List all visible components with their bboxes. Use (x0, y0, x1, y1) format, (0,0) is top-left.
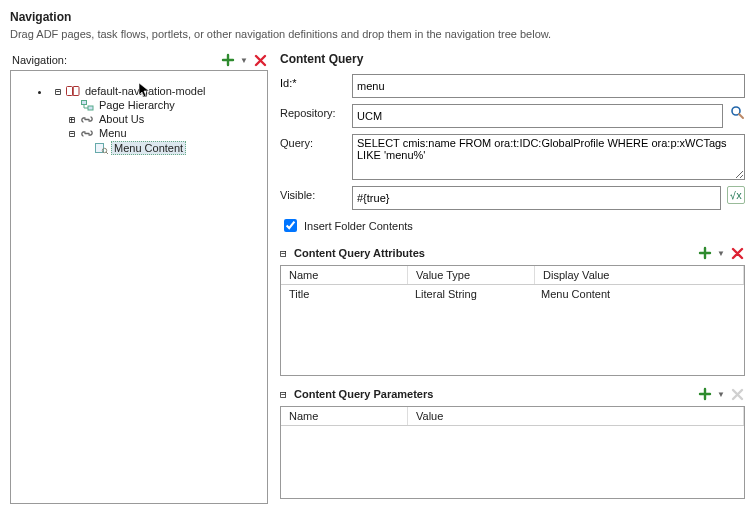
tree-node-page-hierarchy[interactable]: ⊞ Page Hierarchy (65, 98, 267, 112)
link-icon (80, 113, 94, 125)
parameters-col-value: Value (408, 407, 744, 425)
attributes-col-value-type: Value Type (408, 266, 535, 284)
insert-folder-contents-checkbox[interactable] (284, 219, 297, 232)
tree-node-label: default-navigation-model (83, 85, 207, 97)
link-icon (80, 127, 94, 139)
tree-node-menu-content[interactable]: ⊞ Menu Content (79, 140, 267, 156)
page-description: Drag ADF pages, task flows, portlets, or… (10, 28, 745, 40)
add-node-button[interactable] (220, 52, 236, 68)
visible-label: Visible: (280, 186, 352, 201)
insert-folder-contents-label: Insert Folder Contents (304, 220, 413, 232)
query-label: Query: (280, 134, 352, 149)
repository-input[interactable] (352, 104, 723, 128)
svg-rect-0 (67, 86, 73, 95)
tree-node-label: Page Hierarchy (97, 99, 177, 111)
query-textarea[interactable] (352, 134, 745, 180)
parameters-heading: Content Query Parameters (294, 388, 433, 400)
book-icon (66, 85, 80, 97)
svg-rect-1 (73, 86, 79, 95)
expression-builder-button[interactable]: √x (727, 186, 745, 204)
tree-node-root[interactable]: ⊟ default-navigation-model (51, 84, 267, 98)
add-node-menu-caret[interactable]: ▼ (240, 56, 248, 65)
tree-node-label: Menu Content (111, 141, 186, 155)
attributes-cell-name: Title (281, 285, 407, 303)
attributes-col-display-value: Display Value (535, 266, 744, 284)
repository-label: Repository: (280, 104, 352, 119)
svg-rect-2 (81, 100, 86, 104)
id-label: Id:* (280, 74, 352, 89)
repository-browse-button[interactable] (729, 104, 745, 120)
attributes-heading: Content Query Attributes (294, 247, 425, 259)
attributes-add-menu-caret[interactable]: ▼ (717, 249, 725, 258)
page-title: Navigation (10, 10, 745, 24)
attributes-cell-value-type: Literal String (407, 285, 533, 303)
expand-icon[interactable]: ⊞ (67, 114, 77, 125)
tree-node-label: About Us (97, 113, 146, 125)
parameters-collapse-toggle[interactable]: ⊟ (280, 388, 290, 401)
collapse-icon[interactable]: ⊟ (67, 128, 77, 139)
content-query-heading: Content Query (280, 52, 745, 66)
tree-node-label: Menu (97, 127, 129, 139)
parameters-delete-button[interactable] (729, 386, 745, 402)
parameters-add-button[interactable] (697, 386, 713, 402)
collapse-icon[interactable]: ⊟ (53, 86, 63, 97)
parameters-add-menu-caret[interactable]: ▼ (717, 390, 725, 399)
content-query-icon (94, 142, 108, 154)
delete-node-button[interactable] (252, 52, 268, 68)
page-tree-icon (80, 99, 94, 111)
visible-input[interactable] (352, 186, 721, 210)
svg-rect-3 (88, 106, 93, 110)
tree-node-about-us[interactable]: ⊞ About Us (65, 112, 267, 126)
attributes-cell-display-value: Menu Content (533, 285, 744, 303)
tree-node-menu[interactable]: ⊟ Menu (65, 126, 267, 140)
attributes-add-button[interactable] (697, 245, 713, 261)
parameters-col-name: Name (281, 407, 408, 425)
attributes-row[interactable]: Title Literal String Menu Content (281, 285, 744, 303)
navigation-label: Navigation: (10, 54, 67, 66)
attributes-delete-button[interactable] (729, 245, 745, 261)
attributes-col-name: Name (281, 266, 408, 284)
attributes-collapse-toggle[interactable]: ⊟ (280, 247, 290, 260)
id-input[interactable] (352, 74, 745, 98)
